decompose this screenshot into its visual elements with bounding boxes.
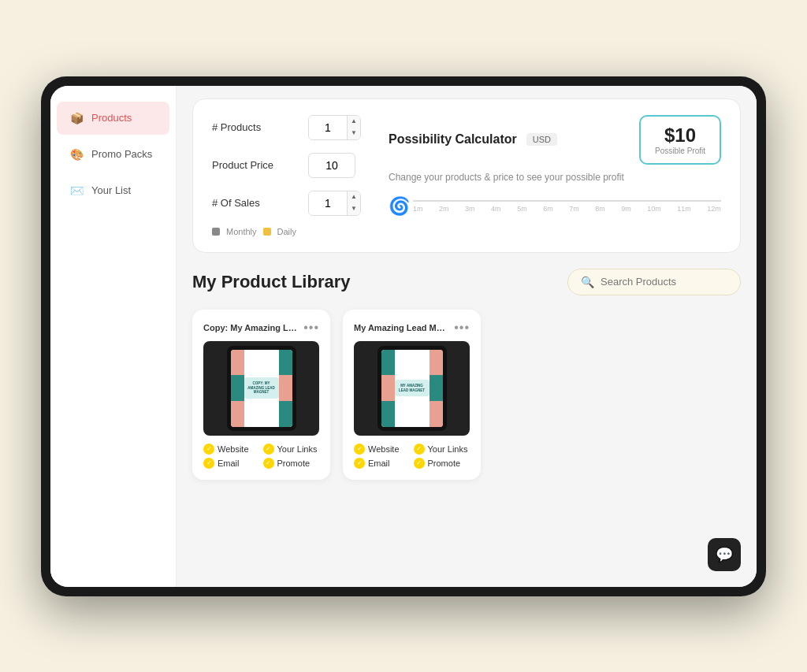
stripe: [279, 350, 292, 376]
main-content: # Products ▲ ▼ Product Price: [177, 86, 757, 587]
profit-label: Possible Profit: [655, 147, 705, 155]
tick-11m: 11m: [677, 205, 691, 213]
num-sales-label: # Of Sales: [212, 197, 299, 209]
product-grid: Copy: My Amazing Lead M... •••: [192, 310, 741, 480]
tablet-screen-1: COPY: MY AMAZING LEAD MAGNET: [231, 350, 292, 427]
sidebar-item-promo-packs[interactable]: 🎨 Promo Packs: [57, 138, 169, 171]
num-products-down[interactable]: ▼: [348, 128, 360, 139]
tag-email-2[interactable]: ✓ Email: [354, 458, 411, 469]
tick-4m: 4m: [491, 205, 501, 213]
cover-center-2: MY AMAZING LEAD MAGNET: [395, 380, 430, 397]
tag-label-promote-2: Promote: [428, 459, 461, 468]
tablet-mockup-1: COPY: MY AMAZING LEAD MAGNET: [227, 346, 296, 431]
more-options-1[interactable]: •••: [303, 321, 319, 335]
num-products-input[interactable]: ▲ ▼: [308, 115, 361, 140]
search-input[interactable]: [601, 276, 727, 288]
daily-label: Daily: [277, 227, 296, 236]
pinwheel-icon: 🌀: [389, 196, 410, 217]
more-options-2[interactable]: •••: [454, 321, 470, 335]
products-icon: 📦: [69, 111, 84, 125]
calc-title: Possibility Calculator: [389, 132, 517, 147]
cover-text-2: MY AMAZING LEAD MAGNET: [398, 384, 426, 393]
tag-website-1[interactable]: ✓ Website: [203, 444, 260, 455]
num-sales-up[interactable]: ▲: [348, 191, 360, 203]
search-icon: 🔍: [581, 276, 594, 288]
sidebar-item-label: Promo Packs: [91, 148, 152, 160]
chat-button[interactable]: 💬: [708, 538, 741, 571]
tag-dot-email-2: ✓: [354, 458, 365, 469]
num-sales-down[interactable]: ▼: [348, 203, 360, 215]
sidebar-item-your-list[interactable]: ✉️ Your List: [57, 174, 169, 207]
stripe: [231, 375, 244, 401]
tick-8m: 8m: [595, 205, 605, 213]
profit-box: $10 Possible Profit: [639, 115, 721, 165]
stripe: [231, 401, 244, 427]
sidebar: 📦 Products 🎨 Promo Packs ✉️ Your List: [50, 86, 177, 587]
product-title-1: Copy: My Amazing Lead M...: [203, 323, 298, 332]
cover-col-1b: [279, 350, 292, 427]
device-frame: 📦 Products 🎨 Promo Packs ✉️ Your List: [41, 76, 766, 596]
product-card-header-2: My Amazing Lead Magnet •••: [354, 321, 470, 335]
tag-dot-links-2: ✓: [414, 444, 425, 455]
timeline: 🌀 1m 2m 3m 4m 5m 6m 7m: [389, 196, 721, 217]
tick-1m: 1m: [413, 205, 423, 213]
tablet-screen-2: MY AMAZING LEAD MAGNET: [381, 350, 443, 427]
tag-dot-email-1: ✓: [203, 458, 214, 469]
stripe: [430, 350, 443, 376]
tag-label-website-2: Website: [368, 444, 400, 454]
tag-dot-promote-2: ✓: [414, 458, 425, 469]
stripe: [381, 375, 395, 401]
num-products-spinners: ▲ ▼: [347, 116, 360, 139]
tag-email-1[interactable]: ✓ Email: [203, 458, 260, 469]
num-sales-value[interactable]: [309, 191, 347, 215]
tag-links-1[interactable]: ✓ Your Links: [263, 444, 320, 455]
library-section: My Product Library 🔍 Copy: My Amazing Le…: [177, 253, 757, 496]
daily-dot: [263, 228, 271, 236]
sidebar-item-products[interactable]: 📦 Products: [57, 102, 169, 135]
calc-left: # Products ▲ ▼ Product Price: [212, 115, 370, 236]
currency-badge: USD: [526, 133, 557, 146]
tag-links-2[interactable]: ✓ Your Links: [414, 444, 470, 455]
calc-row-price: Product Price: [212, 153, 370, 178]
search-box[interactable]: 🔍: [567, 269, 741, 295]
timeline-container: 1m 2m 3m 4m 5m 6m 7m 8m 9m 10m: [413, 200, 721, 213]
tag-label-email-2: Email: [368, 459, 390, 468]
monthly-label: Monthly: [226, 227, 257, 236]
tag-dot-website-1: ✓: [203, 444, 214, 455]
num-sales-input[interactable]: ▲ ▼: [308, 191, 361, 216]
monthly-daily-legend: Monthly Daily: [212, 227, 296, 236]
tag-website-2[interactable]: ✓ Website: [354, 444, 411, 455]
tag-promote-2[interactable]: ✓ Promote: [414, 458, 470, 469]
tick-2m: 2m: [439, 205, 449, 213]
monthly-dot: [212, 228, 220, 236]
profit-value: $10: [655, 124, 705, 147]
stripe: [231, 350, 244, 376]
stripe: [381, 350, 395, 376]
cover-design-2: MY AMAZING LEAD MAGNET: [381, 350, 443, 427]
cover-text-1: COPY: MY AMAZING LEAD MAGNET: [247, 381, 276, 395]
product-price-input[interactable]: [308, 153, 355, 178]
stripe: [279, 375, 292, 401]
calc-row-sales: # Of Sales ▲ ▼: [212, 191, 370, 236]
your-list-icon: ✉️: [69, 184, 84, 198]
tick-5m: 5m: [517, 205, 527, 213]
tick-10m: 10m: [647, 205, 661, 213]
product-thumbnail-2: MY AMAZING LEAD MAGNET: [354, 341, 470, 436]
product-tags-1: ✓ Website ✓ Your Links ✓ Email: [203, 444, 319, 469]
num-products-value[interactable]: [309, 116, 347, 139]
tick-9m: 9m: [621, 205, 631, 213]
tag-dot-links-1: ✓: [263, 444, 274, 455]
num-products-up[interactable]: ▲: [348, 116, 360, 128]
calc-row-products: # Products ▲ ▼: [212, 115, 370, 140]
product-thumbnail-1: COPY: MY AMAZING LEAD MAGNET: [203, 341, 319, 436]
calc-header: Possibility Calculator USD $10 Possible …: [389, 115, 721, 165]
chat-icon: 💬: [716, 546, 733, 563]
product-title-2: My Amazing Lead Magnet: [354, 323, 448, 332]
cover-col-center: COPY: MY AMAZING LEAD MAGNET: [244, 350, 279, 427]
cover-col-1a: [231, 350, 244, 427]
tag-promote-1[interactable]: ✓ Promote: [263, 458, 320, 469]
tick-12m: 12m: [707, 205, 721, 213]
stripe: [381, 401, 395, 427]
num-products-label: # Products: [212, 121, 299, 133]
cover-design-1: COPY: MY AMAZING LEAD MAGNET: [231, 350, 292, 427]
